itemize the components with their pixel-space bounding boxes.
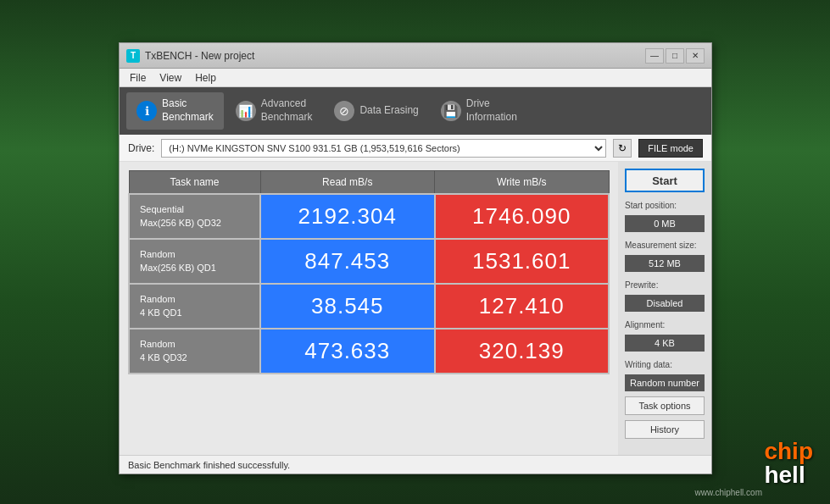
tab-drive-information[interactable]: 💾 Drive Information [431,92,527,130]
drive-label: Drive: [128,142,154,154]
read-value-random-4k-qd1: 38.545 [260,284,435,329]
tab-data-erasing[interactable]: ⊘ Data Erasing [324,92,428,130]
writing-data-value: Random number [625,374,705,391]
alignment-value: 4 KB [625,335,705,352]
advanced-benchmark-label-line1: Advanced [261,97,313,111]
tab-basic-benchmark[interactable]: ℹ Basic Benchmark [126,92,224,130]
titlebar-buttons: — □ ✕ [645,48,705,64]
write-value-sequential: 1746.090 [435,194,610,239]
basic-benchmark-label-line1: Basic [162,97,214,111]
content-area: Task name Read mB/s Write mB/s Sequentia… [120,162,711,455]
measurement-size-value: 512 MB [625,255,705,272]
table-row: Random4 KB QD1 38.545 127.410 [129,284,609,329]
drive-row: Drive: (H:) NVMe KINGSTON SNV S100 931.5… [120,135,711,162]
col-header-read: Read mB/s [260,171,435,195]
read-value-random-4k-qd32: 473.633 [260,329,435,374]
status-text: Basic Benchmark finished successfully. [128,460,290,470]
write-value-random-4k-qd32: 320.139 [435,329,610,374]
task-name-random-4k-qd1: Random4 KB QD1 [129,284,260,329]
drive-information-label-line1: Drive [466,97,517,111]
window-title: TxBENCH - New project [145,50,645,62]
maximize-button[interactable]: □ [666,48,684,64]
main-window: T TxBENCH - New project — □ ✕ File View … [119,42,712,474]
start-position-label: Start position: [625,201,705,210]
task-name-random-4k-qd32: Random4 KB QD32 [129,329,260,374]
data-erasing-icon: ⊘ [334,101,354,121]
alignment-label: Alignment: [625,320,705,330]
advanced-benchmark-label-line2: Benchmark [261,111,313,125]
task-options-button[interactable]: Task options [625,396,705,415]
benchmark-table: Task name Read mB/s Write mB/s Sequentia… [128,170,610,374]
advanced-benchmark-icon: 📊 [236,101,256,121]
sidebar: Start Start position: 0 MB Measurement s… [618,162,711,455]
menubar: File View Help [120,69,711,87]
col-header-task: Task name [129,171,260,195]
data-erasing-label: Data Erasing [359,104,418,118]
write-value-random-max: 1531.601 [435,239,610,284]
read-value-sequential: 2192.304 [260,194,435,239]
writing-data-label: Writing data: [625,360,705,369]
chiphell-logo: chiphell [764,440,813,487]
app-icon: T [126,49,140,63]
task-name-sequential: SequentialMax(256 KB) QD32 [129,194,260,239]
start-position-value: 0 MB [625,215,705,232]
menu-view[interactable]: View [153,70,188,86]
drive-select[interactable]: (H:) NVMe KINGSTON SNV S100 931.51 GB (1… [161,139,606,158]
basic-benchmark-icon: ℹ [136,101,157,121]
col-header-write: Write mB/s [435,171,610,195]
toolbar: ℹ Basic Benchmark 📊 Advanced Benchmark ⊘… [120,87,711,135]
menu-file[interactable]: File [123,70,153,86]
titlebar: T TxBENCH - New project — □ ✕ [120,43,711,69]
minimize-button[interactable]: — [645,48,664,64]
drive-information-label-line2: Information [466,111,517,125]
measurement-size-label: Measurement size: [625,241,705,250]
prewrite-value: Disabled [625,295,705,312]
read-value-random-max: 847.453 [260,239,435,284]
drive-refresh-button[interactable]: ↻ [613,139,632,158]
chip-text: chiphell [764,440,813,487]
basic-benchmark-label-line2: Benchmark [162,111,214,125]
tab-advanced-benchmark[interactable]: 📊 Advanced Benchmark [226,92,323,130]
statusbar: Basic Benchmark finished successfully. [120,455,711,474]
file-mode-button[interactable]: FILE mode [638,139,703,158]
table-row: RandomMax(256 KB) QD1 847.453 1531.601 [129,239,609,284]
table-row: SequentialMax(256 KB) QD32 2192.304 1746… [129,194,609,239]
history-button[interactable]: History [625,420,705,439]
task-name-random-max: RandomMax(256 KB) QD1 [129,239,260,284]
prewrite-label: Prewrite: [625,280,705,290]
menu-help[interactable]: Help [188,70,223,86]
main-area: Task name Read mB/s Write mB/s Sequentia… [120,162,618,455]
table-row: Random4 KB QD32 473.633 320.139 [129,329,609,374]
site-url: www.chiphell.com [695,488,762,497]
close-button[interactable]: ✕ [686,48,705,64]
start-button[interactable]: Start [625,169,705,192]
write-value-random-4k-qd1: 127.410 [435,284,610,329]
drive-information-icon: 💾 [441,101,461,121]
